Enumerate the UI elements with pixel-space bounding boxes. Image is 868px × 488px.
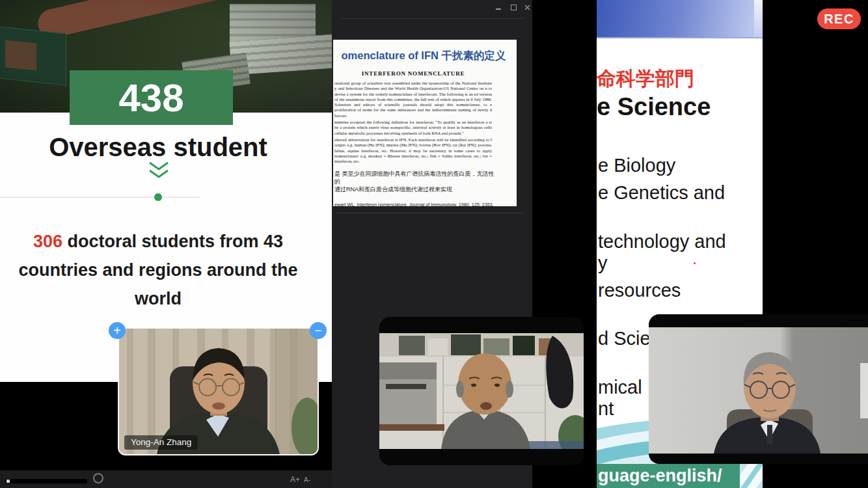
document-chinese-note: 是 类至少在同源细胞中具有广谱抗病毒活性的蛋白质，无活性的 通过RNA和蛋白质合… — [334, 170, 497, 193]
document-paragraph: rnational group of scientists was assemb… — [334, 81, 492, 118]
close-button[interactable] — [522, 1, 532, 11]
zoom-out-button[interactable]: − — [310, 322, 327, 339]
close-icon — [524, 5, 530, 10]
document-paragraph: eferred abbreviation for interferon is I… — [334, 137, 492, 164]
scrubber-thumb[interactable] — [7, 480, 10, 483]
stat-number: 438 — [118, 75, 183, 120]
zoom-in-button[interactable]: + — [109, 322, 126, 339]
slide-header-banner — [597, 0, 763, 38]
restore-button[interactable] — [508, 1, 519, 11]
chinese-line: 通过RNA和蛋白质合成等细胞代谢过程来实现 — [334, 185, 497, 193]
participant-video-2[interactable] — [379, 317, 584, 465]
list-item: resources — [598, 280, 681, 301]
document-heading: INTERFERON NOMENCLATURE — [333, 70, 493, 77]
participant-name-label: Yong-An Zhang — [124, 435, 198, 450]
list-item: technology and — [598, 231, 726, 252]
minimize-button[interactable] — [493, 1, 504, 11]
stat-number-box: 438 — [70, 70, 233, 125]
font-increase-button[interactable]: A+ — [290, 475, 300, 484]
participant-video-1[interactable]: Yong-An Zhang — [118, 327, 319, 455]
url-bar-stripe-decoration — [740, 464, 763, 488]
rec-indicator: REC — [817, 8, 861, 29]
banner-edge-highlight — [754, 0, 763, 37]
titlebar-separator — [341, 18, 524, 19]
list-item: e Genetics and — [598, 182, 725, 204]
stat-label: Overseas student — [0, 133, 316, 162]
reader-toolbar: A+ A- — [0, 470, 332, 488]
restore-icon — [511, 5, 517, 10]
progress-scrubber[interactable] — [5, 479, 87, 483]
document-title: omenclature of IFN 干扰素的定义 — [333, 49, 517, 63]
participant-video-3[interactable] — [649, 314, 868, 464]
participant-3-scene — [649, 327, 868, 454]
conference-screen: { "rec_label": "REC", "left_presentation… — [0, 0, 868, 488]
document-citation: ewart WL. Interferon nomenclature. Journ… — [334, 202, 497, 206]
list-item: y — [598, 252, 608, 274]
slide-main-title: e Science — [597, 93, 711, 121]
document-body: rnational group of scientists was assemb… — [334, 81, 492, 164]
laser-pointer-dot — [694, 262, 696, 264]
document-page: omenclature of IFN 干扰素的定义 INTERFERON NOM… — [333, 40, 517, 206]
font-decrease-button[interactable]: A- — [304, 476, 310, 483]
detail-highlight-number: 306 — [33, 232, 62, 251]
refresh-icon[interactable] — [93, 473, 103, 483]
chinese-line: 是 类至少在同源细胞中具有广谱抗病毒活性的蛋白质，无活性的 — [334, 170, 497, 185]
list-item: d Scie — [598, 328, 651, 349]
document-paragraph: mmittee accepted the following definitio… — [334, 120, 492, 136]
slide-divider-line — [0, 197, 200, 198]
department-title: 命科学部門 — [597, 66, 694, 92]
page-bottom-separator — [337, 213, 524, 213]
participant-2-scene — [379, 333, 584, 449]
list-item: mical — [598, 377, 642, 398]
chevron-down-icon — [147, 161, 170, 182]
slide-url-bar: guage-english/ — [597, 464, 740, 488]
minimize-icon — [496, 8, 501, 10]
divider-dot — [154, 193, 162, 201]
slide-detail-text: 306 doctoral students from 43 countries … — [15, 227, 301, 313]
list-item: e Biology — [598, 155, 675, 176]
